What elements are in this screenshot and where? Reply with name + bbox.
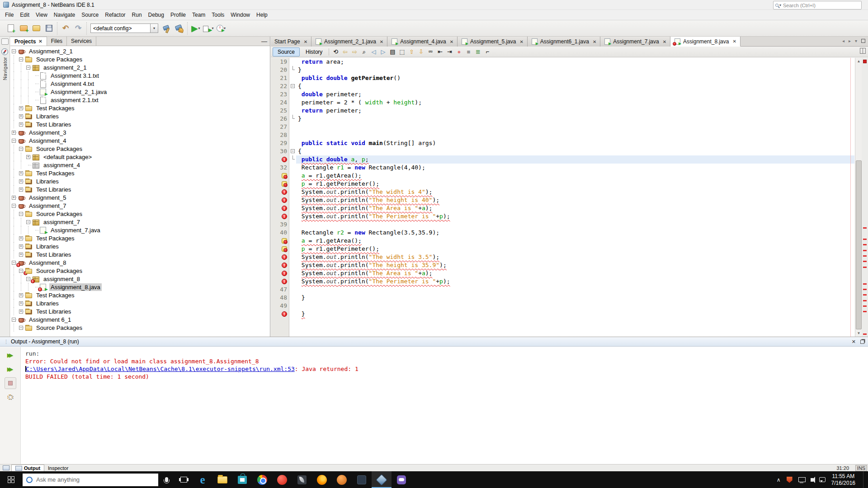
start-button[interactable] [0,471,22,488]
explorer-tab-services[interactable]: Services [67,37,96,46]
error-stripe[interactable] [862,58,868,337]
code-line[interactable]: a = r1.getArea(); [271,237,854,245]
config-select[interactable]: <default config> ▾ [90,23,158,33]
clean-build-button[interactable] [173,23,185,34]
code-line[interactable]: } [271,115,854,123]
editor-tab[interactable]: Assignment6_1.java✕ [528,37,600,47]
tree-expand-handle[interactable]: − [18,55,25,63]
expand-minus-icon[interactable]: − [19,269,23,273]
expand-minus-icon[interactable]: − [12,261,16,265]
expand-minus-icon[interactable]: − [26,277,30,281]
tree-item[interactable]: +Libraries [10,177,270,185]
tab-scroll-left-icon[interactable]: ◂ [842,38,844,43]
build-project-button[interactable] [160,23,172,34]
tree-item[interactable]: +Test Libraries [10,250,270,258]
expand-plus-icon[interactable]: + [19,179,23,183]
maximize-editor-icon[interactable] [861,39,865,43]
stop-macro-recording-icon[interactable]: ■ [464,47,473,56]
error-stripe-tick[interactable] [863,267,867,268]
last-edit-icon[interactable]: ⟲ [331,47,340,56]
error-stripe-tick[interactable] [863,289,867,290]
expand-minus-icon[interactable]: − [12,49,16,53]
code-line[interactable] [271,123,854,131]
tree-item[interactable]: +Libraries [10,112,270,120]
code-line[interactable]: return perimeter; [271,107,854,115]
expand-minus-icon[interactable]: − [19,147,23,151]
tree-expand-handle[interactable]: + [18,120,25,128]
forward-icon[interactable]: ⇨ [350,47,359,56]
explorer-tab-projects[interactable]: Projects✕ [10,37,47,46]
shift-line-right-icon[interactable]: ⇥ [445,47,454,56]
tree-item[interactable]: assignment_4 [10,161,270,169]
previous-occurrence-icon[interactable]: ⇧ [407,47,416,56]
tree-expand-handle[interactable]: + [10,128,18,136]
output-file-link[interactable]: C:\Users\Jared\AppData\Local\NetBeans\Ca… [26,366,295,372]
save-all-button[interactable] [43,23,55,34]
tree-expand-handle[interactable]: + [18,234,25,242]
code-line[interactable] [271,302,854,310]
stop-button[interactable] [5,377,16,389]
tree-item[interactable]: −assignment_2_1 [10,63,270,71]
bottom-tab-output[interactable]: Output [11,465,44,472]
toggle-highlight-icon[interactable]: ▤ [388,47,397,56]
code-line[interactable] [271,221,854,229]
expand-plus-icon[interactable]: + [12,196,16,200]
tree-item[interactable]: −Source Packages [10,324,270,332]
tree-item[interactable]: −Assignment_7 [10,202,270,210]
expand-minus-icon[interactable]: − [12,318,16,322]
taskbar-clock[interactable]: 11:55 AM 7/16/2016 [831,473,855,487]
rerun-button[interactable]: ▶▶ [5,349,16,361]
show-desktop-button[interactable] [863,471,865,488]
error-stripe-tick[interactable] [863,333,867,335]
expand-minus-icon[interactable]: − [12,204,16,208]
error-stripe-tick[interactable] [863,311,867,312]
expand-plus-icon[interactable]: + [12,131,16,135]
find-next-icon[interactable]: ▷ [378,47,387,56]
code-line[interactable]: return area; [271,58,854,66]
menu-refactor[interactable]: Refactor [102,10,128,19]
tree-expand-handle[interactable]: − [10,47,18,55]
defender-shield-icon[interactable] [787,477,793,483]
error-stripe-tick[interactable] [863,305,867,307]
tree-item[interactable]: assignment 2.1.txt [10,96,270,104]
search-dropdown-icon[interactable]: ▾ [779,3,781,7]
tree-expand-handle[interactable]: − [18,145,25,153]
ide-search-box[interactable]: ▾ Search (Ctrl+I) [773,1,862,9]
taskbar-app-firefox[interactable] [312,471,332,488]
tree-expand-handle[interactable]: + [18,291,25,299]
code-line[interactable] [271,131,854,139]
tree-item[interactable]: −!Assignment_8 [10,258,270,267]
error-stripe-tick[interactable] [863,294,867,296]
ant-settings-button[interactable] [5,391,16,403]
tree-item[interactable]: −Assignment_4 [10,136,270,145]
tree-item[interactable]: Assignment_7.java [10,226,270,234]
tree-expand-handle[interactable]: − [25,218,32,226]
code-viewport[interactable]: 192021222324252627282930!32!!!!3940!!!!4… [271,58,854,337]
tree-item[interactable]: Assignment_2_1.java [10,88,270,96]
code-line[interactable]: System.out.println("The Area is "+a); [271,269,854,277]
tree-item[interactable]: −Assignment 6_1 [10,315,270,324]
code-line[interactable]: { [271,147,854,155]
tree-item[interactable]: +Assignment_3 [10,128,270,136]
expand-plus-icon[interactable]: + [19,293,23,297]
error-stripe-tick[interactable] [863,283,867,285]
code-line[interactable]: Rectangle r2 = new Rectangle(3.5,35.9); [271,229,854,237]
code-line[interactable]: } [271,66,854,74]
close-tab-icon[interactable]: ✕ [732,39,736,44]
expand-plus-icon[interactable]: + [19,122,23,127]
tree-expand-handle[interactable]: − [10,315,18,324]
code-line[interactable]: a = r1.getArea(); [271,172,854,180]
code-line[interactable]: p = r1.getPerimeter(); [271,180,854,188]
menu-profile[interactable]: Profile [167,10,189,19]
menu-file[interactable]: File [2,10,17,19]
expand-plus-icon[interactable]: + [19,310,23,314]
navigator-minimized-tab[interactable]: Navigator [0,48,9,80]
expand-minus-icon[interactable]: − [26,220,30,224]
error-stripe-summary[interactable] [863,60,867,63]
editor-tab[interactable]: Assignment_8.java✕ [670,37,741,47]
undo-button[interactable]: ↶ [60,23,71,34]
code-line[interactable]: System.out.println("The widht is 3.5"); [271,253,854,261]
expand-plus-icon[interactable]: + [19,171,23,175]
tree-item[interactable]: −Source Packages [10,145,270,153]
code-line[interactable]: Rectangle r1 = new Rectangle(4,40); [271,164,854,172]
